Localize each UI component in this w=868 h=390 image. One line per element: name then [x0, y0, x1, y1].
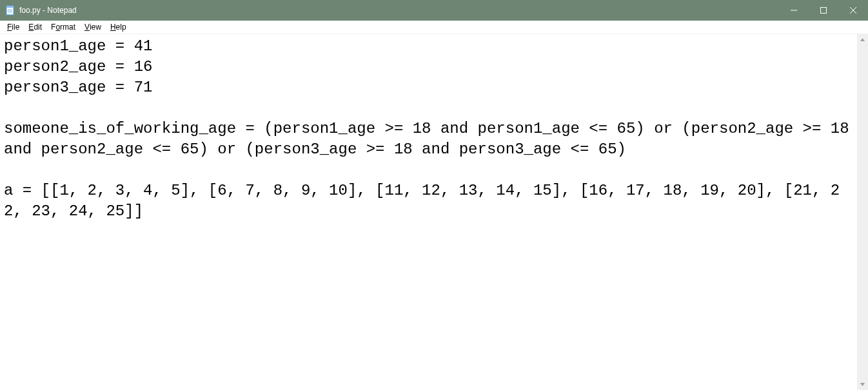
text-editor[interactable]: person1_age = 41 person2_age = 16 person… — [0, 34, 857, 390]
menu-file[interactable]: File — [3, 21, 24, 33]
notepad-icon — [5, 5, 15, 15]
menu-edit[interactable]: Edit — [24, 21, 46, 33]
menu-view[interactable]: View — [80, 21, 106, 33]
scroll-down-arrow[interactable] — [857, 379, 868, 390]
menu-format[interactable]: Format — [46, 21, 80, 33]
minimize-button[interactable] — [779, 0, 809, 21]
menu-help[interactable]: Help — [106, 21, 131, 33]
scroll-up-arrow[interactable] — [857, 34, 868, 45]
close-button[interactable] — [838, 0, 868, 21]
window-title: foo.py - Notepad — [19, 6, 77, 15]
svg-rect-6 — [821, 8, 827, 14]
titlebar[interactable]: foo.py - Notepad — [0, 0, 868, 21]
menubar: File Edit Format View Help — [0, 21, 868, 34]
editor-area: person1_age = 41 person2_age = 16 person… — [0, 34, 868, 390]
maximize-button[interactable] — [809, 0, 838, 21]
svg-rect-1 — [6, 6, 14, 8]
vertical-scrollbar[interactable] — [857, 34, 868, 390]
